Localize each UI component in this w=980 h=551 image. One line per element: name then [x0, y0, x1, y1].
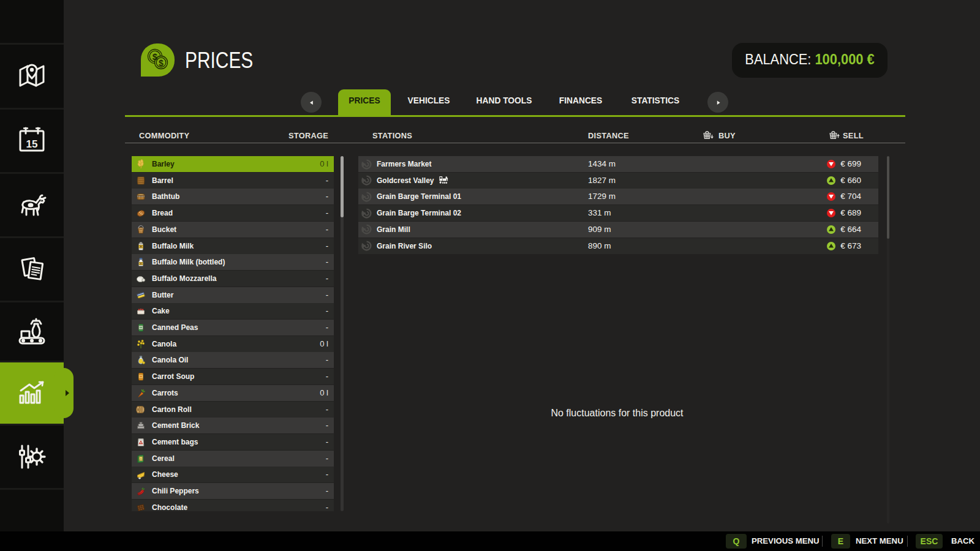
svg-text:$: $ [153, 51, 158, 62]
svg-text:$: $ [159, 58, 164, 68]
svg-text:15: 15 [26, 138, 38, 150]
